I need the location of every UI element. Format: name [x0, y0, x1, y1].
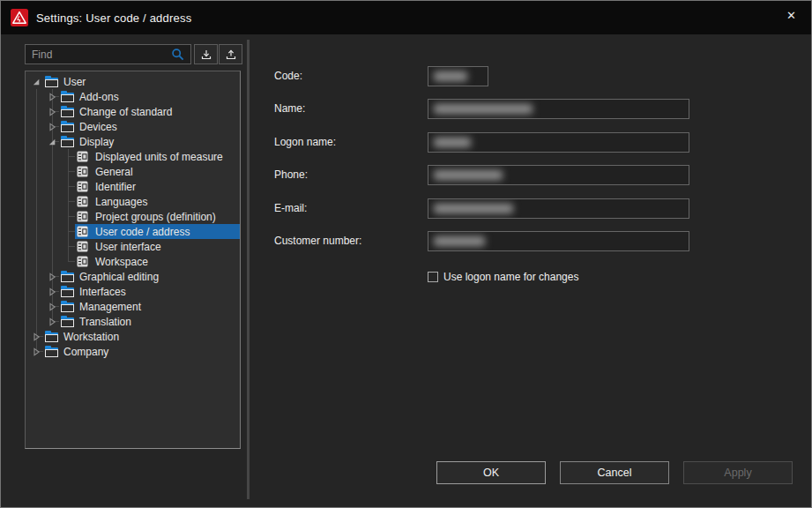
panel-splitter[interactable] — [247, 40, 250, 499]
field-row-customer-number: Customer number: — [250, 231, 812, 251]
field-label: Phone: — [274, 165, 424, 185]
tree-item-label: User interface — [95, 241, 167, 253]
tree-item-label: Management — [79, 301, 146, 313]
tree-item-add-ons[interactable]: Add-ons — [26, 89, 240, 104]
tree-item-user-code-address[interactable]: User code / address — [26, 224, 240, 239]
settings-window: Settings: User code / address ✕ — [0, 0, 812, 508]
tray-arrow-up-icon — [225, 49, 237, 61]
tree-item-workspace[interactable]: Workspace — [26, 254, 240, 269]
tree-item-label: Change of standard — [79, 106, 177, 118]
expander-icon[interactable] — [48, 123, 56, 131]
redacted-value — [434, 138, 471, 147]
field-label: Customer number: — [274, 231, 424, 251]
tree-item-label: Translation — [79, 316, 137, 328]
expander-icon[interactable] — [63, 168, 72, 176]
app-logo-icon — [11, 9, 28, 26]
field-input-code[interactable] — [428, 66, 488, 86]
tree-item-project-groups-definition[interactable]: Project groups (definition) — [26, 209, 240, 224]
expander-icon[interactable] — [48, 138, 56, 146]
settings-tree: User Add-ons — [25, 71, 241, 449]
tree-item-label: User code / address — [95, 226, 195, 238]
expander-icon[interactable] — [48, 303, 56, 311]
tree-item-label: Display — [79, 136, 119, 148]
use-logon-checkbox-row: Use logon name for changes — [428, 271, 578, 283]
search-icon[interactable] — [171, 48, 185, 62]
tree-item-user-interface[interactable]: User interface — [26, 239, 240, 254]
tray-arrow-down-icon — [200, 49, 212, 61]
expander-icon[interactable] — [32, 332, 41, 341]
redacted-value — [434, 71, 467, 81]
close-button[interactable]: ✕ — [771, 1, 811, 29]
tree-item-label: Languages — [95, 196, 153, 208]
search-input[interactable] — [25, 44, 191, 64]
apply-button[interactable]: Apply — [683, 461, 793, 484]
expander-icon[interactable] — [63, 258, 72, 266]
field-row-phone: Phone: — [250, 165, 812, 185]
use-logon-checkbox[interactable] — [428, 272, 438, 282]
field-input-name[interactable] — [428, 99, 689, 119]
expander-icon[interactable] — [32, 347, 41, 356]
tree-item-user[interactable]: User — [26, 74, 240, 89]
expander-icon[interactable] — [48, 108, 56, 116]
tree-item-management[interactable]: Management — [26, 299, 240, 314]
tree-item-devices[interactable]: Devices — [26, 119, 240, 134]
expander-icon[interactable] — [63, 243, 72, 251]
field-row-name: Name: — [250, 99, 812, 119]
tree-item-label: Add-ons — [79, 91, 124, 103]
tree-item-label: Workstation — [63, 331, 124, 343]
tree-item-interfaces[interactable]: Interfaces — [26, 284, 240, 299]
field-input-email[interactable] — [428, 198, 689, 219]
expander-icon[interactable] — [48, 273, 56, 281]
tree-item-label: Displayed units of measure — [95, 151, 228, 163]
tree-item-display[interactable]: Display — [26, 134, 240, 149]
redacted-value — [434, 104, 533, 114]
expander-icon[interactable] — [63, 213, 72, 221]
tree-item-label: User — [63, 76, 91, 88]
expander-icon[interactable] — [63, 228, 72, 236]
redacted-value — [434, 170, 503, 180]
field-row-logon-name: Logon name: — [250, 132, 812, 153]
field-row-code: Code: — [250, 66, 812, 86]
ok-button[interactable]: OK — [436, 461, 546, 484]
tree-item-general[interactable]: General — [26, 164, 240, 179]
tree-item-label: General — [95, 166, 138, 178]
expander-icon[interactable] — [63, 198, 72, 206]
tree-item-displayed-units-of-measure[interactable]: Displayed units of measure — [26, 149, 240, 164]
field-label: Logon name: — [274, 132, 424, 153]
tree-item-label: Workspace — [95, 256, 153, 268]
tree-item-translation[interactable]: Translation — [26, 314, 240, 329]
close-icon: ✕ — [786, 9, 796, 22]
tree-item-label: Devices — [79, 121, 123, 133]
main-panel: Use logon name for changes OK Cancel App… — [250, 34, 812, 508]
expander-icon[interactable] — [48, 318, 56, 326]
expander-icon[interactable] — [48, 288, 56, 296]
redacted-value — [434, 236, 485, 246]
tree-item-identifier[interactable]: Identifier — [26, 179, 240, 194]
window-title: Settings: User code / address — [36, 11, 191, 25]
field-input-customer-number[interactable] — [428, 231, 689, 251]
tree-item-label: Project groups (definition) — [95, 211, 221, 223]
field-input-phone[interactable] — [428, 165, 689, 185]
tree-item-label: Graphical editing — [79, 271, 164, 283]
field-input-logon-name[interactable] — [428, 132, 689, 153]
titlebar: Settings: User code / address ✕ — [1, 1, 811, 34]
tree-item-workstation[interactable]: Workstation — [26, 329, 240, 344]
tree-item-label: Identifier — [95, 181, 141, 193]
use-logon-checkbox-label: Use logon name for changes — [443, 271, 578, 283]
export-settings-button[interactable] — [219, 44, 242, 64]
field-label: E-mail: — [274, 198, 424, 219]
field-row-email: E-mail: — [250, 198, 812, 219]
expander-icon[interactable] — [48, 93, 56, 101]
tree-item-change-of-standard[interactable]: Change of standard — [26, 104, 240, 119]
expander-icon[interactable] — [63, 183, 72, 191]
import-settings-button[interactable] — [194, 44, 218, 64]
expander-icon[interactable] — [32, 78, 41, 86]
cancel-button[interactable]: Cancel — [560, 461, 669, 484]
redacted-value — [434, 204, 513, 213]
field-label: Name: — [274, 99, 424, 119]
tree-item-graphical-editing[interactable]: Graphical editing — [26, 269, 240, 284]
tree-item-label: Interfaces — [79, 286, 131, 298]
tree-item-languages[interactable]: Languages — [26, 194, 240, 209]
tree-item-company[interactable]: Company — [26, 344, 240, 359]
expander-icon[interactable] — [63, 153, 72, 161]
